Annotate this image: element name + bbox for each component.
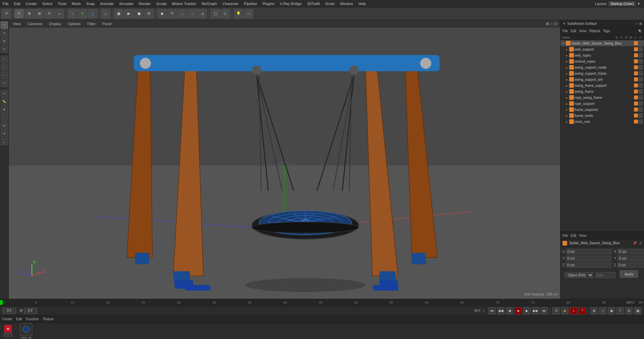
lasso-tool[interactable]: ○ bbox=[1, 72, 8, 79]
python-btn[interactable]: Py bbox=[244, 9, 253, 18]
menu-character[interactable]: Character bbox=[220, 1, 241, 6]
content-texture-menu[interactable]: Texture bbox=[43, 317, 54, 321]
object-mode-btn[interactable]: □ bbox=[101, 9, 110, 18]
obj-row-swing-support-ark[interactable]: ▲ swing_support_ark bbox=[560, 76, 644, 82]
subdiv-check[interactable]: ✓ bbox=[635, 22, 638, 25]
transform-btn[interactable]: + bbox=[55, 9, 64, 18]
obj-row-vertical-ropes[interactable]: ▲ vertical_ropes bbox=[560, 58, 644, 64]
obj-edit-menu[interactable]: Edit bbox=[571, 29, 576, 33]
attr-y2-input[interactable] bbox=[618, 256, 644, 261]
obj-row-root[interactable]: ▼ Spider_Web_Saucer_Swing_Blue ⋮ bbox=[560, 40, 644, 46]
attr-z-input[interactable] bbox=[566, 262, 611, 268]
obj-row-swing-support-frame[interactable]: ▲ swing_support_frame bbox=[560, 70, 644, 76]
viewport-icon-home[interactable]: ⌂ bbox=[550, 21, 553, 26]
render-region-btn[interactable]: ▣ bbox=[114, 9, 123, 18]
playback-icon-2[interactable]: □ bbox=[599, 307, 606, 315]
objects-icon-btn[interactable]: ◆ bbox=[157, 9, 167, 18]
menu-pipeline[interactable]: Pipeline bbox=[241, 1, 260, 6]
subdiv-options[interactable]: ⊞ bbox=[639, 22, 642, 25]
sphere-btn[interactable]: ○ bbox=[187, 9, 197, 18]
scale-btn[interactable]: ⊞ bbox=[35, 9, 44, 18]
render-btn[interactable]: ▷ bbox=[221, 9, 230, 18]
viewport-menu-filter[interactable]: Filter bbox=[86, 22, 97, 26]
step-back-btn[interactable]: ◀ bbox=[506, 307, 513, 315]
viewport-menu-view[interactable]: View bbox=[11, 22, 22, 26]
timeline-bar[interactable]: 0 5 10 15 20 25 30 35 40 45 50 55 60 65 … bbox=[0, 299, 644, 306]
menu-help[interactable]: Help bbox=[356, 1, 369, 6]
obj-tags-menu[interactable]: Tags bbox=[603, 29, 610, 33]
y-axis-btn[interactable]: Y bbox=[78, 9, 87, 18]
content-create-menu[interactable]: Create bbox=[2, 317, 12, 321]
move-btn[interactable]: ⊕ bbox=[24, 9, 34, 18]
attr-settings[interactable]: ⚙ bbox=[639, 242, 642, 245]
menu-simulate[interactable]: Simulate bbox=[116, 1, 136, 6]
paint-adv-tool[interactable]: ✦ bbox=[1, 130, 8, 137]
measure-tool[interactable]: 📏 bbox=[1, 98, 8, 105]
play-forward-btn[interactable]: ▶ bbox=[523, 307, 531, 315]
obj-row-swing-support-metal[interactable]: ▲ swing_support_metal bbox=[560, 64, 644, 70]
mirror-btn[interactable]: ⊿ bbox=[198, 9, 207, 18]
menu-edit[interactable]: Edit bbox=[11, 1, 23, 6]
rotate-btn[interactable]: ↻ bbox=[45, 9, 54, 18]
viewport-menu-display[interactable]: Display bbox=[48, 22, 62, 26]
obj-row-rope-swing-frame[interactable]: ▲ rope_swing_frame bbox=[560, 94, 644, 100]
current-frame-input[interactable] bbox=[3, 308, 16, 314]
move-side-tool[interactable]: ✛ bbox=[1, 29, 8, 37]
menu-mograph[interactable]: MoGraph bbox=[199, 1, 220, 6]
3d-viewport[interactable]: X Y Z Grid Spacing : 100 cm bbox=[9, 27, 560, 299]
menu-3dtoall[interactable]: 3DToAll bbox=[304, 1, 322, 6]
layout-selector[interactable]: Layout: Startup (User) ▼ bbox=[592, 1, 644, 7]
loop-btn[interactable]: ↺ bbox=[552, 307, 560, 315]
menu-script[interactable]: Script bbox=[322, 1, 337, 6]
menu-motion-tracker[interactable]: Motion Tracker bbox=[169, 1, 199, 6]
menu-select[interactable]: Select bbox=[40, 1, 55, 6]
pointer-side-tool[interactable]: ↖ bbox=[1, 21, 8, 29]
dollar-tool[interactable]: $ bbox=[1, 106, 8, 113]
render-settings-btn[interactable]: ⚙ bbox=[144, 9, 154, 18]
light-btn[interactable]: 💡 bbox=[234, 9, 243, 18]
menu-render[interactable]: Render bbox=[136, 1, 154, 6]
content-function-menu[interactable]: Function bbox=[26, 317, 39, 321]
subdiv-expand[interactable]: ▼ bbox=[562, 22, 566, 25]
playback-icon-4[interactable]: P bbox=[616, 307, 624, 315]
playback-icon-1[interactable]: ⊞ bbox=[590, 307, 598, 315]
obj-file-menu[interactable]: File bbox=[562, 29, 568, 33]
playback-icon-3[interactable]: ◉ bbox=[608, 307, 615, 315]
menu-vray[interactable]: V-Ray Bridge bbox=[277, 1, 305, 6]
obj-row-frame-supports[interactable]: ▲ frame_supports bbox=[560, 107, 644, 113]
obj-mgr-search[interactable]: 🔍 bbox=[638, 29, 642, 33]
attr-file-menu[interactable]: File bbox=[562, 234, 568, 238]
interactive-render-btn[interactable]: ▶ bbox=[124, 9, 133, 18]
render-active-btn[interactable]: ◼ bbox=[134, 9, 144, 18]
box-tool[interactable]: □ bbox=[1, 56, 8, 63]
viewport-icon-expand[interactable]: ⊞ bbox=[546, 21, 549, 26]
attr-view-menu[interactable]: View bbox=[579, 234, 586, 238]
obj-view-menu[interactable]: View bbox=[579, 29, 586, 33]
apply-button[interactable]: Apply bbox=[620, 270, 638, 278]
z-axis-btn[interactable]: Z bbox=[88, 9, 97, 18]
obj-row-web-support[interactable]: ▲ web_support ⋮ bbox=[560, 46, 644, 52]
obj-row-circle-mid[interactable]: ▲ circle_mid bbox=[560, 119, 644, 125]
ruler-tool[interactable]: ━ bbox=[1, 90, 8, 97]
viewport-menu-panel[interactable]: Panel bbox=[101, 22, 113, 26]
content-edit-menu[interactable]: Edit bbox=[16, 317, 22, 321]
auto-key-btn[interactable]: ? bbox=[579, 307, 586, 315]
camera-btn[interactable]: ▢ bbox=[211, 9, 220, 18]
obj-row-swing-frame-support[interactable]: ▲ swing_frame_support bbox=[560, 82, 644, 88]
menu-snap[interactable]: Snap bbox=[84, 1, 98, 6]
pointer-tool-btn[interactable]: ↖ bbox=[14, 9, 24, 18]
obj-objects-menu[interactable]: Objects bbox=[589, 29, 600, 33]
playback-icon-5[interactable]: ⊟ bbox=[625, 307, 633, 315]
menu-animate[interactable]: Animate bbox=[98, 1, 116, 6]
undo-btn[interactable]: ↺ bbox=[1, 9, 11, 18]
menu-plugins[interactable]: Plugins bbox=[260, 1, 277, 6]
layer-tool[interactable]: ⊟ bbox=[1, 122, 8, 129]
goto-end-btn[interactable]: ⏭ bbox=[541, 307, 548, 315]
menu-mesh[interactable]: Mesh bbox=[69, 1, 84, 6]
paint-btn[interactable]: ⌂ bbox=[177, 9, 187, 18]
step-forward-btn[interactable]: ▶▶ bbox=[532, 307, 539, 315]
menu-tools[interactable]: Tools bbox=[55, 1, 69, 6]
play-back-btn[interactable]: ◀◀ bbox=[497, 307, 504, 315]
sculpt-tool[interactable]: △ bbox=[1, 138, 8, 145]
playback-icon-6[interactable]: ▦ bbox=[634, 307, 641, 315]
